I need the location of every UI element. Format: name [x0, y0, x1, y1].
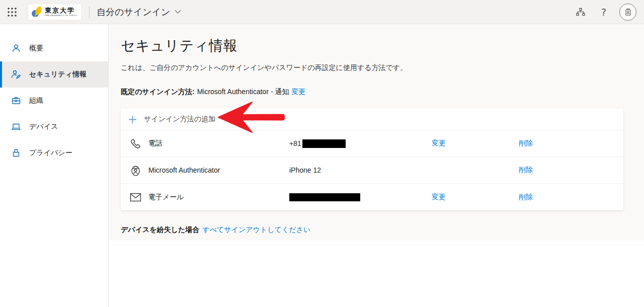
method-name: 電子メール	[148, 193, 184, 202]
waffle-icon	[7, 7, 17, 17]
app-title: 自分のサインイン	[97, 6, 171, 18]
delete-phone-link[interactable]: 削除	[519, 139, 623, 148]
lost-device-label: デバイスを紛失した場合	[121, 225, 199, 235]
phone-icon	[129, 137, 142, 150]
method-row-phone: 電話 +81 変更 削除	[121, 130, 623, 157]
lock-icon	[11, 147, 22, 159]
topbar-divider	[89, 6, 90, 18]
authenticator-device: iPhone 12	[289, 166, 321, 174]
default-method-value: Microsoft Authenticator - 通知	[197, 88, 289, 97]
logo-subtitle: THE UNIVERSITY OF TOKYO	[45, 15, 77, 17]
redacted-phone-number	[302, 139, 346, 148]
mail-icon	[129, 191, 142, 204]
university-logo[interactable]: 東京大学 THE UNIVERSITY OF TOKYO	[29, 5, 81, 20]
sidebar: 概要 セキュリティ情報 組織	[0, 24, 109, 307]
delete-authenticator-link[interactable]: 削除	[519, 166, 623, 175]
content-surface: セキュリティ情報 これは、ご自分のアカウントへのサインインやパスワードの再設定に…	[109, 24, 644, 241]
sidebar-item-label: セキュリティ情報	[29, 70, 87, 79]
sidebar-item-security-info[interactable]: セキュリティ情報	[0, 61, 108, 88]
main-content: セキュリティ情報 これは、ご自分のアカウントへのサインインやパスワードの再設定に…	[109, 24, 644, 307]
method-name: 電話	[148, 139, 163, 148]
sidebar-item-overview[interactable]: 概要	[0, 35, 108, 61]
change-email-link[interactable]: 変更	[432, 193, 519, 202]
lost-device-line: デバイスを紛失した場合 すべてサインアウトしてください	[121, 225, 644, 235]
method-value	[289, 193, 432, 201]
add-signin-method-button[interactable]: サインイン方法の追加	[121, 109, 623, 130]
org-chart-icon	[576, 7, 586, 17]
app-title-menu[interactable]: 自分のサインイン	[97, 6, 182, 18]
organization-switcher-button[interactable]	[569, 0, 592, 24]
help-icon: ?	[601, 6, 607, 18]
logo-name: 東京大学	[45, 7, 77, 14]
sidebar-item-label: プライバシー	[29, 148, 72, 158]
top-bar: 東京大学 THE UNIVERSITY OF TOKYO 自分のサインイン ?	[0, 0, 644, 24]
default-method-label: 既定のサインイン方法:	[121, 88, 195, 97]
signin-methods-table: サインイン方法の追加 電話 +81	[121, 109, 623, 210]
change-default-method-link[interactable]: 変更	[291, 88, 305, 97]
account-avatar[interactable]	[619, 4, 636, 21]
person-icon	[11, 43, 22, 54]
phone-prefix: +81	[289, 139, 301, 147]
sign-out-everywhere-link[interactable]: すべてサインアウトしてください	[202, 225, 310, 235]
method-value: +81	[289, 139, 432, 148]
briefcase-icon	[11, 95, 22, 106]
person-edit-icon	[11, 69, 22, 80]
app-launcher-button[interactable]	[0, 0, 24, 24]
help-button[interactable]: ?	[592, 0, 615, 24]
plus-icon	[128, 115, 137, 124]
page-description: これは、ご自分のアカウントへのサインインやパスワードの再設定に使用する方法です。	[121, 63, 644, 72]
method-row-email: 電子メール 変更 削除	[121, 184, 623, 210]
change-phone-link[interactable]: 変更	[432, 139, 519, 148]
sidebar-item-label: デバイス	[29, 122, 58, 131]
sidebar-item-organization[interactable]: 組織	[0, 88, 108, 114]
id-badge-icon	[623, 7, 633, 17]
method-row-authenticator: Microsoft Authenticator iPhone 12 削除	[121, 157, 623, 184]
sidebar-item-label: 概要	[29, 44, 43, 53]
redacted-email-address	[289, 193, 360, 201]
method-name: Microsoft Authenticator	[148, 166, 220, 174]
default-signin-method-line: 既定のサインイン方法: Microsoft Authenticator - 通知…	[121, 88, 644, 97]
sidebar-item-privacy[interactable]: プライバシー	[0, 140, 108, 166]
ginkgo-leaf-icon	[31, 6, 43, 19]
sidebar-item-label: 組織	[29, 96, 43, 105]
laptop-icon	[11, 121, 22, 132]
page-title: セキュリティ情報	[121, 36, 644, 55]
chevron-down-icon	[175, 10, 181, 14]
method-value: iPhone 12	[289, 166, 432, 174]
authenticator-icon	[129, 164, 142, 177]
delete-email-link[interactable]: 削除	[519, 193, 623, 202]
add-method-label: サインイン方法の追加	[144, 115, 215, 124]
sidebar-item-devices[interactable]: デバイス	[0, 114, 108, 140]
